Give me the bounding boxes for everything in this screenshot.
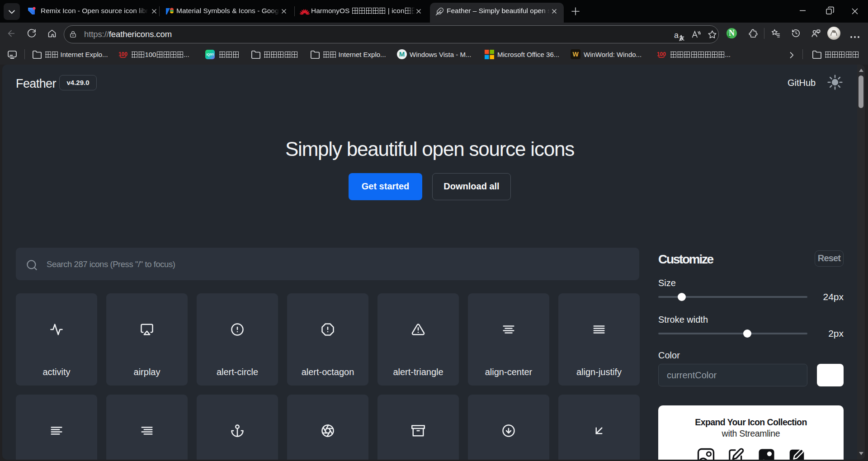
- svg-text:100: 100: [118, 51, 127, 57]
- svg-text:a: a: [674, 31, 679, 40]
- svg-text:100: 100: [657, 51, 666, 57]
